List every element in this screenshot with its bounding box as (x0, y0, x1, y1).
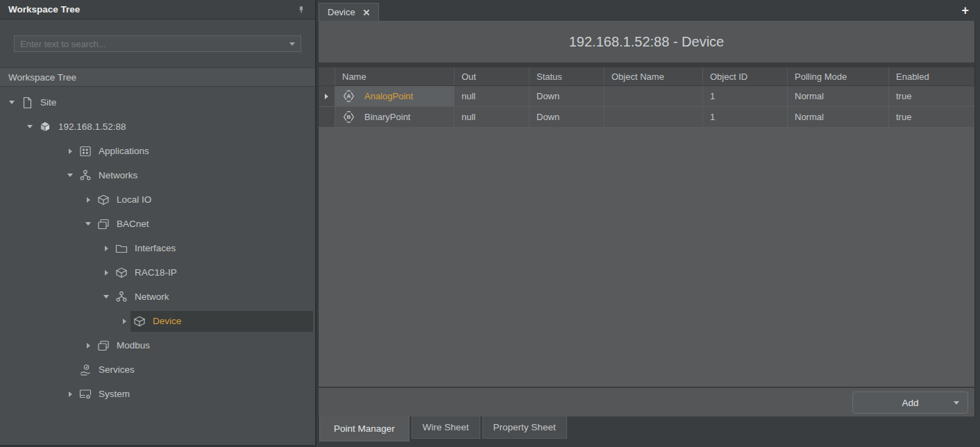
view-title-band: 192.168.1.52:88 - Device (319, 21, 974, 62)
tree-item-device[interactable]: Device (0, 309, 315, 333)
tree-item-network[interactable]: Network (0, 285, 315, 309)
expand-arrow-icon[interactable] (24, 125, 36, 128)
tree-item-applications[interactable]: Applications (0, 139, 315, 163)
table-row-analogpoint[interactable]: A AnalogPoint null Down 1 Normal true (319, 86, 974, 107)
tree-item-modbus[interactable]: Modbus (0, 333, 315, 357)
tree-item-rac18-ip[interactable]: RAC18-IP (0, 260, 315, 285)
tree-item-local-io[interactable]: Local IO (0, 187, 315, 212)
add-button[interactable]: Add (852, 391, 968, 414)
cell-status[interactable]: Down (530, 86, 605, 106)
applications-icon (78, 144, 93, 158)
row-selector-cell[interactable] (319, 107, 335, 127)
column-header-object-name[interactable]: Object Name (605, 67, 703, 85)
cell-polling-mode[interactable]: Normal (788, 107, 889, 127)
document-icon (19, 96, 35, 110)
point-name: BinaryPoint (364, 112, 410, 122)
grid-empty-area (319, 128, 974, 387)
cell-enabled[interactable]: true (889, 107, 974, 127)
selected-tree-item[interactable]: Device (130, 311, 313, 332)
expand-arrow-icon[interactable] (82, 222, 94, 226)
layer-stack-icon (96, 217, 111, 231)
tree-item-services[interactable]: Services (0, 357, 315, 382)
cell-out[interactable]: null (455, 107, 530, 127)
column-header-out[interactable]: Out (455, 67, 530, 85)
cell-enabled[interactable]: true (889, 86, 974, 106)
collapse-arrow-icon[interactable] (64, 391, 76, 397)
collapse-arrow-icon[interactable] (82, 343, 94, 348)
tree-item-label: Local IO (117, 194, 151, 205)
tree-item-site[interactable]: Site (0, 90, 315, 115)
search-dropdown-caret-icon[interactable] (289, 42, 295, 46)
column-header-object-id[interactable]: Object ID (703, 67, 788, 85)
tab-point-manager[interactable]: Point Manager (319, 416, 409, 441)
network-icon (78, 169, 93, 183)
row-selector-arrow-icon (325, 94, 328, 99)
collapse-arrow-icon[interactable] (64, 149, 76, 154)
collapse-arrow-icon[interactable] (118, 319, 130, 324)
collapse-arrow-icon[interactable] (100, 246, 112, 251)
tree-section-title: Workspace Tree (8, 72, 76, 83)
cell-polling-mode[interactable]: Normal (788, 86, 889, 106)
tree-item-label: Interfaces (135, 243, 176, 253)
column-header-polling-mode[interactable]: Polling Mode (788, 67, 889, 85)
io-box-icon (132, 314, 147, 328)
tree-item-label: System (99, 389, 130, 399)
cell-object-id[interactable]: 1 (703, 107, 788, 127)
tree-item-bacnet[interactable]: BACnet (0, 212, 315, 236)
tree-section-header: Workspace Tree (0, 68, 315, 87)
document-tab-bar: Device + (316, 0, 980, 21)
expand-arrow-icon[interactable] (100, 295, 112, 298)
search-input[interactable] (14, 35, 301, 52)
tree-item-controller[interactable]: 192.168.1.52:88 (0, 115, 315, 139)
workspace-tree: Site 192.168.1.52:88 Applications (0, 87, 315, 406)
column-header-enabled[interactable]: Enabled (889, 67, 974, 85)
cell-out[interactable]: null (455, 86, 530, 106)
pin-icon[interactable] (296, 4, 307, 15)
tree-item-label: 192.168.1.52:88 (58, 121, 126, 132)
svg-text:A: A (347, 93, 351, 99)
tab-device[interactable]: Device (319, 3, 379, 21)
services-hand-icon (78, 363, 93, 377)
tab-label: Property Sheet (493, 422, 556, 432)
expand-arrow-icon[interactable] (64, 174, 76, 177)
column-header-status[interactable]: Status (530, 67, 605, 85)
grid-header-row: Name Out Status Object Name Object ID Po… (319, 67, 974, 86)
tab-label: Point Manager (334, 423, 395, 434)
tree-item-networks[interactable]: Networks (0, 163, 315, 187)
new-tab-button[interactable]: + (961, 3, 969, 18)
tree-item-label: Modbus (117, 340, 150, 351)
expand-arrow-icon[interactable] (6, 101, 18, 104)
device-view: 192.168.1.52:88 - Device Name Out Status… (318, 21, 975, 447)
table-row-binarypoint[interactable]: B BinaryPoint null Down 1 Normal true (319, 107, 974, 128)
cell-object-name[interactable] (605, 107, 703, 127)
search-box (14, 35, 301, 52)
tab-wire-sheet[interactable]: Wire Sheet (412, 416, 480, 439)
cell-object-id[interactable]: 1 (703, 86, 788, 106)
grid-toolbar: Add (319, 387, 974, 416)
row-selector-cell[interactable] (319, 86, 335, 106)
io-box-icon (96, 193, 111, 207)
tree-item-interfaces[interactable]: Interfaces (0, 236, 315, 260)
binary-point-icon: B (339, 110, 358, 125)
search-region (0, 19, 315, 68)
tab-property-sheet[interactable]: Property Sheet (482, 416, 567, 439)
tree-item-label: Network (135, 292, 169, 302)
tree-item-label: Site (40, 97, 56, 108)
tree-item-label: BACnet (117, 219, 149, 229)
tree-item-system[interactable]: System (0, 382, 315, 406)
cell-object-name[interactable] (605, 86, 703, 106)
cell-status[interactable]: Down (530, 107, 605, 127)
column-header-name[interactable]: Name (335, 67, 455, 85)
collapse-arrow-icon[interactable] (82, 197, 94, 203)
tree-item-label: Applications (99, 146, 149, 156)
view-title: 192.168.1.52:88 - Device (569, 34, 725, 50)
collapse-arrow-icon[interactable] (100, 270, 112, 276)
tree-item-label: RAC18-IP (135, 267, 177, 278)
io-box-icon (114, 266, 129, 280)
cell-name[interactable]: B BinaryPoint (335, 107, 455, 127)
analog-point-icon: A (339, 89, 358, 104)
cell-name[interactable]: A AnalogPoint (335, 86, 455, 106)
main-panel: Device + 192.168.1.52:88 - Device Name O… (316, 0, 980, 447)
add-dropdown-caret-icon[interactable] (954, 401, 959, 405)
close-icon[interactable] (363, 9, 370, 16)
